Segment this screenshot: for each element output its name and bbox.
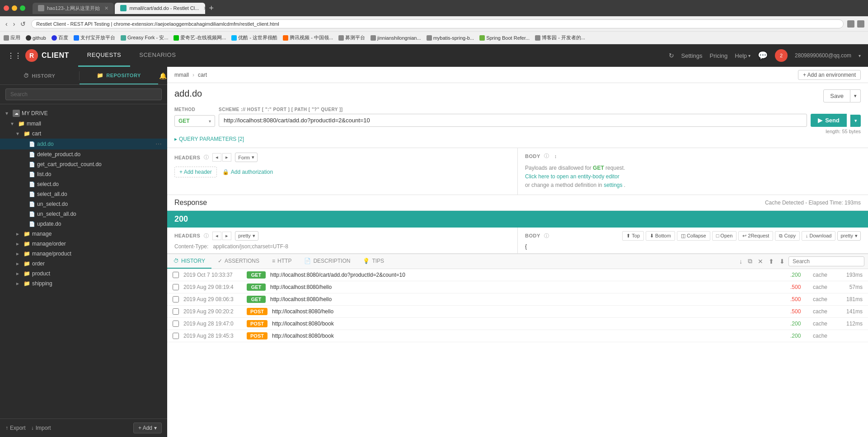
reload-button[interactable]: ↺: [19, 19, 28, 28]
resp-top-button[interactable]: ⬆ Top: [622, 231, 644, 241]
resp-2request-button[interactable]: ↩ 2Request: [738, 231, 773, 241]
history-row-checkbox-4[interactable]: [173, 308, 179, 315]
body-sort-icon[interactable]: ↕: [554, 153, 557, 159]
resp-body-info[interactable]: ⓘ: [544, 232, 549, 239]
breadcrumb-mmall[interactable]: mmall: [174, 72, 189, 78]
user-dropdown-arrow[interactable]: ▾: [859, 53, 861, 58]
tab-close-2[interactable]: ✕: [203, 5, 205, 11]
history-url-6[interactable]: http://localhost:8080/book: [272, 333, 786, 339]
sidebar-search-input[interactable]: [5, 88, 162, 100]
bookmark-youku[interactable]: 优酷 - 这世界很酷: [231, 34, 277, 41]
history-row-checkbox-6[interactable]: [173, 333, 179, 339]
breadcrumb-cart[interactable]: cart: [198, 72, 207, 78]
headers-nav-left[interactable]: ◂: [212, 153, 221, 162]
url-input[interactable]: [219, 114, 807, 127]
headers-nav-right[interactable]: ▸: [222, 153, 231, 162]
resp-download-button[interactable]: ↓ Download: [802, 231, 835, 241]
bookmark-cnblogs[interactable]: 博客园 - 开发者的...: [535, 34, 585, 41]
settings-link[interactable]: settings: [604, 182, 622, 188]
tree-item-order[interactable]: ▸ 📁 order: [0, 259, 167, 269]
address-input[interactable]: [31, 19, 844, 28]
sidebar-tab-repository[interactable]: 📁 REPOSITORY: [80, 67, 159, 84]
tree-item-product[interactable]: ▸ 📁 product: [0, 269, 167, 279]
tree-item-shipping[interactable]: ▸ 📁 shipping: [0, 279, 167, 288]
resp-headers-nav-left[interactable]: ◂: [212, 232, 221, 240]
history-url-4[interactable]: http://localhost:8080/hello: [272, 308, 786, 315]
maximize-window-btn[interactable]: [20, 5, 25, 11]
history-row-checkbox-5[interactable]: [173, 321, 179, 327]
sidebar-tab-history[interactable]: ⏱ HISTORY: [0, 67, 79, 84]
resp-copy-button[interactable]: ⧉ Copy: [775, 231, 800, 241]
resp-collapse-button[interactable]: ◫ Collapse: [677, 231, 710, 241]
bookmark-apps[interactable]: 应用: [4, 34, 20, 41]
resp-bottom-button[interactable]: ⬇ Bottom: [646, 231, 675, 241]
app-grid-icon[interactable]: ⋮⋮: [7, 51, 22, 60]
sidebar-notify-button[interactable]: 🔔: [158, 72, 167, 79]
nav-tab-requests[interactable]: REQUESTS: [78, 44, 131, 67]
add-header-button[interactable]: + Add header: [174, 167, 217, 177]
tree-root-my-drive[interactable]: ▾ ☁ MY DRIVE: [0, 108, 167, 119]
tree-item-select-all-do[interactable]: 📄 select_all.do: [0, 189, 167, 199]
import-button[interactable]: ↓ Import: [31, 425, 51, 431]
bottom-action-download[interactable]: ↓: [737, 256, 744, 266]
tree-item-mmall[interactable]: ▾ 📁 mmall: [0, 119, 167, 129]
tree-item-manage[interactable]: ▸ 📁 manage: [0, 229, 167, 239]
method-select[interactable]: GET ▾: [174, 115, 215, 127]
history-row-checkbox-3[interactable]: [173, 296, 179, 302]
bottom-action-copy[interactable]: ⧉: [746, 256, 754, 266]
bookmark-jinnian[interactable]: jinnianshilongnian...: [371, 35, 421, 41]
tree-item-more-add-do[interactable]: ⋯: [155, 140, 162, 148]
export-button[interactable]: ↑ Export: [5, 425, 26, 431]
close-window-btn[interactable]: [4, 5, 9, 11]
add-item-button[interactable]: + Add ▾: [133, 423, 162, 433]
bottom-tab-history[interactable]: ⏱ HISTORY: [167, 254, 211, 269]
bottom-action-expand[interactable]: ⬆: [767, 256, 776, 266]
send-button[interactable]: ▶ Send: [811, 114, 847, 127]
bookmark-github[interactable]: github: [26, 35, 46, 41]
refresh-icon-button[interactable]: ↻: [669, 52, 674, 59]
bookmark-tencent[interactable]: 腾讯视频 - 中国领...: [283, 34, 333, 41]
history-row-checkbox-1[interactable]: [173, 272, 179, 278]
bookmark-baidu[interactable]: 百度: [52, 34, 68, 41]
history-search-input[interactable]: [788, 256, 864, 266]
bookmark-greasyfork[interactable]: Greasy Fork - 安...: [121, 34, 168, 41]
tree-item-list-do[interactable]: 📄 list.do: [0, 169, 167, 179]
resp-headers-info[interactable]: ⓘ: [204, 232, 209, 239]
query-params-toggle[interactable]: ▸ QUERY PARAMETERS [2]: [174, 136, 861, 142]
tab-close-1[interactable]: ✕: [104, 5, 108, 11]
headers-info-icon[interactable]: ⓘ: [204, 154, 209, 161]
browser-tab-2[interactable]: mmall/cart/add.do - Restlet Cl... ✕: [115, 3, 205, 14]
save-dropdown-button[interactable]: ▾: [850, 89, 861, 102]
history-url-3[interactable]: http://localhost:8080/hello: [270, 296, 786, 302]
back-button[interactable]: ‹: [4, 19, 9, 28]
browser-tab-1[interactable]: hao123-上网从这里开始 ✕: [33, 3, 114, 14]
tree-item-select-do[interactable]: 📄 select.do: [0, 179, 167, 189]
bottom-tab-tips[interactable]: 💡 TIPS: [357, 254, 390, 269]
new-tab-button[interactable]: +: [206, 3, 216, 14]
chat-icon[interactable]: 💬: [758, 51, 768, 60]
tree-item-un-select-do[interactable]: 📄 un_select.do: [0, 199, 167, 209]
tree-item-un-select-all-do[interactable]: 📄 un_select_all.do: [0, 209, 167, 219]
resp-headers-nav-right[interactable]: ▸: [222, 232, 231, 240]
bottom-action-close[interactable]: ✕: [756, 256, 765, 266]
tree-item-manage-product[interactable]: ▸ 📁 manage/product: [0, 249, 167, 259]
save-button[interactable]: Save: [823, 89, 850, 102]
send-dropdown-button[interactable]: ▾: [850, 115, 861, 127]
settings-button[interactable]: Settings: [681, 52, 703, 59]
bottom-action-collapse[interactable]: ⬇: [778, 256, 787, 266]
history-row-checkbox-2[interactable]: [173, 284, 179, 290]
resp-body-format[interactable]: pretty ▾: [837, 231, 861, 241]
tree-item-update-do[interactable]: 📄 update.do: [0, 219, 167, 229]
resp-headers-format[interactable]: pretty ▾: [235, 231, 258, 241]
resp-open-button[interactable]: □ Open: [712, 231, 737, 241]
headers-format-select[interactable]: Form ▾: [235, 153, 258, 162]
bottom-tab-description[interactable]: 📄 DESCRIPTION: [298, 254, 357, 269]
pricing-button[interactable]: Pricing: [710, 52, 728, 59]
tree-item-cart[interactable]: ▾ 📁 cart: [0, 129, 167, 139]
help-dropdown[interactable]: Help ▾: [735, 52, 751, 59]
bookmark-springboot[interactable]: Spring Boot Refer...: [479, 35, 530, 41]
add-environment-button[interactable]: + Add an environment: [798, 70, 861, 80]
bookmark-mutest[interactable]: 募测平台: [338, 34, 365, 41]
bottom-tab-http[interactable]: ≡ HTTP: [266, 254, 298, 269]
tree-item-get-cart-count[interactable]: 📄 get_cart_product_count.do: [0, 159, 167, 169]
